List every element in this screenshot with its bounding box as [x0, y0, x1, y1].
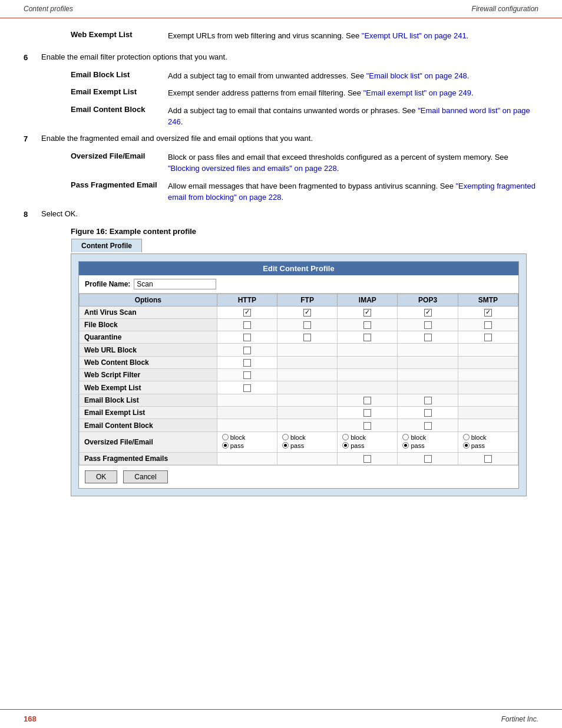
- cell-imap-4: [338, 356, 398, 368]
- cell-http-3[interactable]: [217, 344, 277, 356]
- profile-name-input[interactable]: [134, 279, 216, 289]
- cell-pop3-11[interactable]: [398, 452, 458, 465]
- ok-button[interactable]: OK: [85, 470, 117, 483]
- radio-pass-pop3-10[interactable]: [402, 442, 409, 449]
- cell-http-5[interactable]: [217, 369, 277, 381]
- oversized-file-link[interactable]: "Blocking oversized files and emails" on…: [168, 164, 337, 173]
- checkbox-imap-11[interactable]: [363, 455, 371, 463]
- email-exempt-list-link[interactable]: "Email exempt list" on page 249: [363, 88, 471, 97]
- step-6-row: 6 Enable the email filter protection opt…: [24, 52, 538, 62]
- email-block-list-desc: Add a subject tag to email from unwanted…: [168, 70, 538, 82]
- cell-smtp-1[interactable]: [458, 318, 518, 331]
- checkbox-pop3-11[interactable]: [424, 455, 432, 463]
- cell-smtp-11[interactable]: [458, 452, 518, 465]
- cell-pop3-10[interactable]: blockpass: [398, 431, 458, 452]
- radio-block-imap-10[interactable]: [342, 434, 349, 440]
- radio-block-smtp-10[interactable]: [463, 434, 470, 440]
- checkbox-smtp-11[interactable]: [484, 455, 492, 463]
- cell-http-2[interactable]: [217, 331, 277, 344]
- radio-pass-ftp-10[interactable]: [282, 442, 289, 449]
- radio-block-http-10[interactable]: [222, 434, 229, 440]
- cell-http-10[interactable]: blockpass: [217, 431, 277, 452]
- step-7-row: 7 Enable the fragmented email and oversi…: [24, 134, 538, 143]
- radio-block-ftp-10[interactable]: [282, 434, 289, 440]
- checkbox-smtp-2[interactable]: [484, 334, 492, 341]
- checkbox-pop3-1[interactable]: [424, 321, 432, 329]
- cell-pop3-9[interactable]: [398, 419, 458, 431]
- row-label-5: Web Script Filter: [80, 369, 217, 381]
- pass-fragmented-term: Pass Fragmented Email: [71, 180, 168, 189]
- radio-pass-smtp-10[interactable]: [463, 442, 470, 449]
- cell-smtp-10[interactable]: blockpass: [458, 431, 518, 452]
- radio-pass-imap-10[interactable]: [342, 442, 349, 449]
- cell-pop3-1[interactable]: [398, 318, 458, 331]
- cell-ftp-5: [277, 369, 337, 381]
- col-ftp: FTP: [277, 294, 337, 306]
- radio-group-imap-10: blockpass: [342, 434, 392, 449]
- cell-pop3-2[interactable]: [398, 331, 458, 344]
- cell-ftp-0[interactable]: [277, 306, 337, 318]
- cell-smtp-6: [458, 381, 518, 394]
- cell-pop3-7[interactable]: [398, 394, 458, 406]
- checkbox-smtp-0[interactable]: [484, 309, 492, 317]
- checkbox-http-3[interactable]: [243, 347, 251, 354]
- radio-pass-http-10[interactable]: [222, 442, 229, 449]
- checkbox-pop3-2[interactable]: [424, 334, 432, 341]
- checkbox-pop3-8[interactable]: [424, 409, 432, 417]
- checkbox-smtp-1[interactable]: [484, 321, 492, 329]
- checkbox-http-4[interactable]: [243, 359, 251, 367]
- checkbox-http-5[interactable]: [243, 371, 251, 379]
- checkbox-imap-0[interactable]: [363, 309, 371, 317]
- cell-imap-5: [338, 369, 398, 381]
- cell-ftp-7: [277, 394, 337, 406]
- checkbox-ftp-2[interactable]: [303, 334, 311, 341]
- checkbox-ftp-1[interactable]: [303, 321, 311, 329]
- checkbox-imap-7[interactable]: [363, 397, 371, 404]
- checkbox-imap-2[interactable]: [363, 334, 371, 341]
- checkbox-http-1[interactable]: [243, 321, 251, 329]
- web-exempt-list-link[interactable]: "Exempt URL list" on page 241: [362, 31, 467, 40]
- cell-imap-8[interactable]: [338, 407, 398, 419]
- cell-http-4[interactable]: [217, 356, 277, 368]
- cell-imap-7[interactable]: [338, 394, 398, 406]
- cell-pop3-8[interactable]: [398, 407, 458, 419]
- header-right: Firewall configuration: [472, 5, 538, 13]
- cell-ftp-10[interactable]: blockpass: [277, 431, 337, 452]
- radio-block-pop3-10[interactable]: [402, 434, 409, 440]
- cell-http-0[interactable]: [217, 306, 277, 318]
- cell-ftp-1[interactable]: [277, 318, 337, 331]
- cell-imap-2[interactable]: [338, 331, 398, 344]
- email-block-list-link[interactable]: "Email block list" on page 248: [366, 71, 467, 80]
- checkbox-pop3-9[interactable]: [424, 422, 432, 430]
- page-container: Content profiles Firewall configuration …: [0, 0, 562, 728]
- col-imap: IMAP: [338, 294, 398, 306]
- cell-http-1[interactable]: [217, 318, 277, 331]
- cell-imap-9[interactable]: [338, 419, 398, 431]
- cell-imap-0[interactable]: [338, 306, 398, 318]
- cell-smtp-0[interactable]: [458, 306, 518, 318]
- dialog-tab: Content Profile: [71, 239, 142, 252]
- checkbox-pop3-7[interactable]: [424, 397, 432, 404]
- cell-imap-1[interactable]: [338, 318, 398, 331]
- checkbox-http-0[interactable]: [243, 309, 251, 317]
- cell-pop3-0[interactable]: [398, 306, 458, 318]
- checkbox-imap-9[interactable]: [363, 422, 371, 430]
- cancel-button[interactable]: Cancel: [123, 470, 167, 483]
- step-8-row: 8 Select OK.: [24, 209, 538, 219]
- cell-smtp-2[interactable]: [458, 331, 518, 344]
- checkbox-imap-1[interactable]: [363, 321, 371, 329]
- email-content-block-desc: Add a subject tag to email that contains…: [168, 105, 538, 128]
- checkbox-ftp-0[interactable]: [303, 309, 311, 317]
- step-7-number: 7: [24, 134, 41, 143]
- row-label-4: Web Content Block: [80, 356, 217, 368]
- cell-http-6[interactable]: [217, 381, 277, 394]
- checkbox-http-2[interactable]: [243, 334, 251, 341]
- checkbox-http-6[interactable]: [243, 384, 251, 392]
- cell-imap-11[interactable]: [338, 452, 398, 465]
- profile-name-label: Profile Name:: [85, 280, 130, 288]
- checkbox-imap-8[interactable]: [363, 409, 371, 417]
- checkbox-pop3-0[interactable]: [424, 309, 432, 317]
- cell-ftp-2[interactable]: [277, 331, 337, 344]
- oversized-file-desc: Block or pass files and email that excee…: [168, 151, 538, 174]
- cell-imap-10[interactable]: blockpass: [338, 431, 398, 452]
